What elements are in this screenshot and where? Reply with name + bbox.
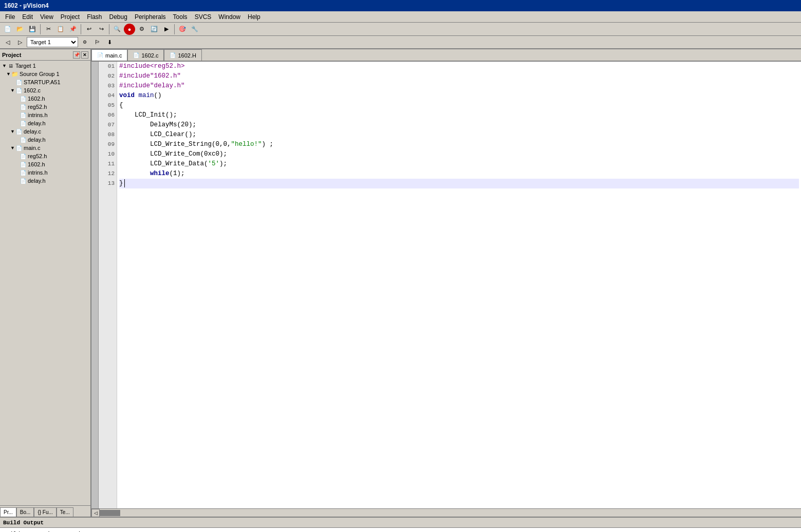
menu-bar: File Edit View Project Flash Debug Perip… [0, 11, 801, 23]
code-editor[interactable]: 01 02 03 04 05 06 07 08 09 10 11 12 13 #… [91, 62, 801, 508]
ln1: 01 [101, 62, 115, 71]
tree-delayh-3[interactable]: 📄 delay.h [13, 177, 89, 185]
pin-button[interactable]: 📌 [73, 51, 80, 59]
code-line-10: LCD_Write_Com(0xc0); [119, 149, 799, 159]
editor-area: 📄 main.c 📄 1602.c 📄 1602.H [91, 49, 801, 517]
menu-window[interactable]: Window [215, 12, 244, 22]
tab-books[interactable]: Bo... [16, 507, 34, 517]
tab-mainc[interactable]: 📄 main.c [91, 49, 127, 61]
h-file-icon: 📄 [20, 161, 27, 168]
menu-tools[interactable]: Tools [170, 12, 191, 22]
new-file-button[interactable]: 📄 [2, 24, 13, 35]
mark8 [91, 130, 98, 140]
ln6: 06 [101, 110, 115, 120]
code-line-3: #include"delay.h" [119, 81, 799, 91]
mark3 [91, 81, 98, 91]
target-select[interactable]: Target 1 [27, 37, 78, 47]
target-btn[interactable]: 🎯 [177, 24, 188, 35]
bookmark-button[interactable]: 🏳 [91, 36, 103, 48]
menu-svcs[interactable]: SVCS [192, 12, 215, 22]
debug-button[interactable]: ▶ [161, 24, 172, 35]
main-layout: Project 📌 ✕ ▼ 🖥 Target 1 ▼ 📁 Source Grou… [0, 49, 801, 517]
tree-reg52h-1[interactable]: 📄 reg52.h [13, 103, 89, 111]
tree-1602h-1[interactable]: 📄 1602.h [13, 94, 89, 103]
redo-button[interactable]: ↪ [96, 24, 107, 35]
c-file-icon: 📄 [15, 144, 23, 151]
scroll-left[interactable]: ◁ [91, 509, 100, 517]
h-scrollbar: ◁ [91, 508, 801, 517]
h-file-icon: 📄 [20, 136, 27, 143]
mark10 [91, 149, 98, 159]
tree-mainc[interactable]: ▼ 📄 main.c [9, 144, 89, 152]
tree-label-reg52h-2: reg52.h [28, 153, 47, 159]
undo-button[interactable]: ↩ [83, 24, 95, 35]
project-panel: Project 📌 ✕ ▼ 🖥 Target 1 ▼ 📁 Source Grou… [0, 49, 91, 517]
code-line-11: LCD_Write_Data('5'); [119, 159, 799, 169]
tab-templates[interactable]: Te... [57, 507, 73, 517]
tree-label-delayh-1: delay.h [28, 120, 46, 126]
download-button[interactable]: ⬇ [104, 36, 115, 48]
build-line-1: Build target 'Target 1' [3, 530, 798, 532]
build-button[interactable]: ⚙ [136, 24, 147, 35]
tree-delayh-2[interactable]: 📄 delay.h [13, 136, 89, 144]
build-header-label: Build Output [3, 520, 44, 526]
copy-button[interactable]: 📋 [55, 24, 66, 35]
tree-source-group1[interactable]: ▼ 📁 Source Group 1 [5, 70, 89, 78]
menu-help[interactable]: Help [245, 12, 264, 22]
next-button[interactable]: ▷ [14, 36, 26, 48]
tree-intrins-2[interactable]: 📄 intrins.h [13, 168, 89, 177]
build-output-panel: Build Output Build target 'Target 1' ass… [0, 517, 801, 532]
tree-delayh-1[interactable]: 📄 delay.h [13, 119, 89, 127]
menu-project[interactable]: Project [58, 12, 83, 22]
tree-startup[interactable]: 📄 STARTUP.A51 [9, 78, 89, 86]
settings-button[interactable]: 🔧 [189, 24, 200, 35]
tree-reg52h-2[interactable]: 📄 reg52.h [13, 152, 89, 160]
mark2 [91, 71, 98, 81]
tab-icon-mainc: 📄 [97, 52, 103, 58]
paste-button[interactable]: 📌 [67, 24, 79, 35]
prev-button[interactable]: ◁ [2, 36, 13, 48]
menu-debug[interactable]: Debug [106, 12, 131, 22]
manage-button[interactable]: ⚙ [79, 36, 90, 48]
compile-button[interactable]: ● [124, 24, 135, 35]
open-file-button[interactable]: 📂 [14, 24, 26, 35]
menu-peripherals[interactable]: Peripherals [132, 12, 169, 22]
menu-file[interactable]: File [2, 12, 18, 22]
tree-1602h-2[interactable]: 📄 1602.h [13, 160, 89, 168]
scroll-track[interactable] [100, 510, 801, 516]
tab-functions[interactable]: {} Fu... [34, 507, 56, 517]
scroll-thumb[interactable] [100, 510, 120, 516]
h-file-icon: 📄 [20, 177, 27, 184]
ln10: 10 [101, 149, 115, 159]
tree-intrins-1[interactable]: 📄 intrins.h [13, 111, 89, 119]
tree-label-startup: STARTUP.A51 [24, 79, 61, 85]
find-button[interactable]: 🔍 [111, 24, 123, 35]
tree-label-delayh-3: delay.h [28, 178, 46, 184]
tree-delayc[interactable]: ▼ 📄 delay.c [9, 127, 89, 136]
save-button[interactable]: 💾 [27, 24, 38, 35]
mark6 [91, 110, 98, 120]
tab-1602c[interactable]: 📄 1602.c [127, 49, 164, 61]
c-file-icon: 📄 [15, 87, 23, 94]
ln13: 13 [101, 179, 115, 188]
code-line-4: void main() [119, 91, 799, 101]
tree-target1[interactable]: ▼ 🖥 Target 1 [1, 62, 89, 70]
expand-icon: ▼ [2, 63, 7, 68]
code-content[interactable]: #include<reg52.h> #include"1602.h" #incl… [117, 62, 801, 508]
menu-view[interactable]: View [37, 12, 57, 22]
menu-edit[interactable]: Edit [19, 12, 36, 22]
tree-label-delayh-2: delay.h [28, 137, 46, 143]
menu-flash[interactable]: Flash [84, 12, 105, 22]
close-panel-button[interactable]: ✕ [81, 51, 88, 59]
toolbar1: 📄 📂 💾 ✂ 📋 📌 ↩ ↪ 🔍 ● ⚙ 🔄 ▶ 🎯 🔧 [0, 23, 801, 36]
tab-1602h[interactable]: 📄 1602.H [164, 49, 201, 61]
tab-project[interactable]: Pr... [0, 507, 16, 517]
mark12 [91, 169, 98, 179]
tree-1602c[interactable]: ▼ 📄 1602.c [9, 86, 89, 94]
h-file-icon: 📄 [20, 169, 27, 176]
rebuild-button[interactable]: 🔄 [148, 24, 160, 35]
build-header: Build Output [0, 518, 801, 528]
tree-label-intrins-1: intrins.h [28, 112, 48, 118]
target-icon: 🖥 [7, 62, 14, 69]
cut-button[interactable]: ✂ [43, 24, 54, 35]
